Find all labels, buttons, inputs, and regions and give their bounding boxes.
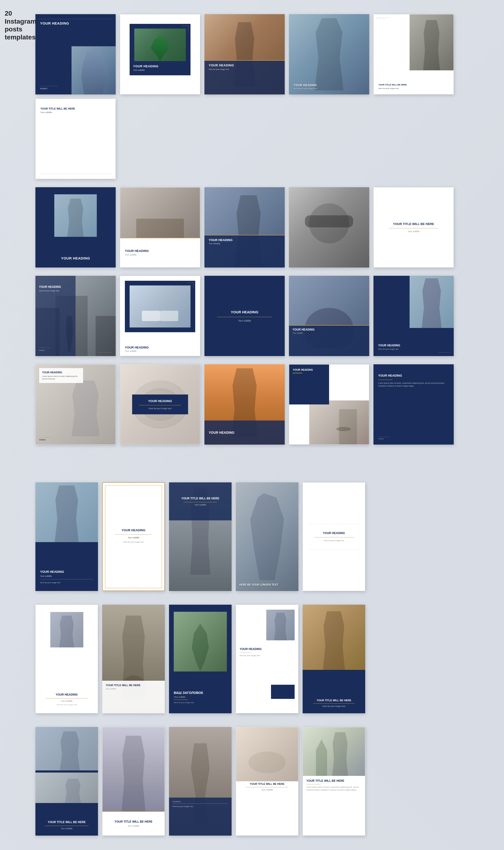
page-subtitle: posts templates [5, 25, 35, 41]
story-st-r3-1[interactable]: YOUR TITLE WILL BE HERE Your subtitle · … [35, 727, 98, 836]
card-sq-r2-2[interactable]: YOUR HEADING Your subtitle [120, 187, 200, 268]
card-sq-r1-6[interactable]: · · · · · · YOUR TITLE WILL BE HERE Your… [35, 99, 116, 179]
section-divider [0, 459, 504, 478]
card-sq-r2-3[interactable]: YOUR HEADING Your Heading [204, 187, 285, 268]
card-sq-r1-4-text: YOUR HEADING Here will be your longer te… [294, 84, 317, 90]
card-sq-r3-4[interactable]: YOUR HEADING Your subtitle · · · · · · [289, 276, 369, 356]
card-sq-r1-1-rubric: #rubric [40, 87, 48, 90]
card-sq-r1-2[interactable]: YOUR HEADING Your subtitle [120, 14, 200, 94]
card-sq-r3-5[interactable]: YOUR HEADING Here be your longer text · … [374, 276, 454, 356]
story-st-r2-4[interactable]: YOUR HEADING Here be your longer text · … [236, 605, 299, 713]
story-st-r2-1[interactable]: · · · · · · · · YOUR HEADING Your subtit… [35, 605, 98, 713]
story-cards-row1: · · · · · · · · YOUR HEADING Your subtit… [0, 478, 504, 596]
card-sq-r2-5[interactable]: · · · · · · YOUR TITLE WILL BE HERE Your… [374, 187, 454, 268]
card-sq-r3-3[interactable]: · · · · · · · · · · · · YOUR HEADING You… [204, 276, 285, 356]
page-title: 20 Instagram [5, 10, 35, 25]
card-sq-r4-1[interactable]: YOUR HEADING Lorem ipsum dolor sit amet,… [35, 364, 116, 445]
bottom-padding [0, 840, 504, 850]
story-st-r2-2[interactable]: YOUR TITLE WILL BE HERE Your subtitle · … [102, 605, 165, 713]
story-st-r3-3[interactable]: #рубрика Here be your longer text · · · … [169, 727, 232, 836]
card-sq-r1-3[interactable]: YOUR HEADING Here be your longer text · … [204, 14, 285, 94]
square-cards-row1: YOUR HEADING #rubric [0, 7, 504, 184]
card-sq-r4-4[interactable]: YOUR HEADING · · · · · · [289, 364, 369, 445]
card-sq-r3-1[interactable]: YOUR HEADING Here be your longer text #r… [35, 276, 116, 356]
card-sq-r2-4[interactable] [289, 187, 369, 268]
card-sq-r1-5[interactable]: YOUR TITLE WILL BE HERE Here be your lon… [374, 14, 454, 94]
page-title-block: 20 Instagram posts templates [5, 10, 35, 41]
story-st-r2-5[interactable]: YOUR TITLE WILL BE HERE Here be your lon… [303, 605, 365, 713]
page-container: 20 Instagram posts templates YOUR HEADIN… [0, 0, 504, 850]
card-sq-r1-1[interactable]: YOUR HEADING #rubric [35, 14, 116, 94]
card-sq-r2-1-heading: YOUR HEADING [40, 256, 111, 260]
story-st-r3-2[interactable]: YOUR TITLE WILL BE HERE Your subtitle · … [102, 727, 165, 836]
story-cards-row2: · · · · · · · · YOUR HEADING Your subtit… [0, 600, 504, 718]
story-st-r2-3[interactable]: ВАШ ЗАГОЛОВОК Your subtitle Here be your… [169, 605, 232, 713]
story-st-r1-3[interactable]: YOUR TITLE WILL BE HERE Your subtitle [169, 482, 232, 591]
story-st-r1-5[interactable]: · · · · · · · · YOUR HEADING Here be you… [303, 482, 365, 591]
card-sq-r1-2-heading: YOUR HEADING Your subtitle [133, 65, 158, 72]
square-cards-row2: YOUR HEADING · · · · · · YOUR HEADING Yo… [0, 186, 504, 272]
card-sq-r3-2[interactable]: YOUR HEADING Your subtitle [120, 276, 200, 356]
card-sq-r4-2[interactable]: YOUR HEADING Here be your longer text [120, 364, 200, 445]
square-cards-row3: YOUR HEADING Here be your longer text #r… [0, 275, 504, 361]
story-st-r1-1[interactable]: · · · · · · · · YOUR HEADING Your subtit… [35, 482, 98, 591]
card-sq-r4-3[interactable]: YOUR HEADING [204, 364, 285, 445]
story-st-r1-2[interactable]: · · · · · · · · YOUR HEADING Your subtit… [102, 482, 165, 591]
story-cards-row3: YOUR TITLE WILL BE HERE Your subtitle · … [0, 722, 504, 840]
card-sq-r1-1-heading: YOUR HEADING [40, 21, 69, 25]
story-st-r3-4[interactable]: YOUR TITLE WILL BE HERE Your subtitle · … [236, 727, 299, 836]
card-sq-r2-1[interactable]: YOUR HEADING · · · · · · [35, 187, 116, 268]
square-cards-row4: YOUR HEADING Lorem ipsum dolor sit amet,… [0, 363, 504, 449]
card-sq-r1-4[interactable]: YOUR HEADING Here will be your longer te… [289, 14, 369, 94]
card-sq-r4-5[interactable]: · · · · · · YOUR HEADING Lorem ipsum dol… [374, 364, 454, 445]
story-st-r3-5[interactable]: YOUR TITLE WILL BE HERE Lorem ipsum dolo… [303, 727, 365, 836]
story-st-r1-4[interactable]: Here be your longer text · · · · · · · · [236, 482, 299, 591]
